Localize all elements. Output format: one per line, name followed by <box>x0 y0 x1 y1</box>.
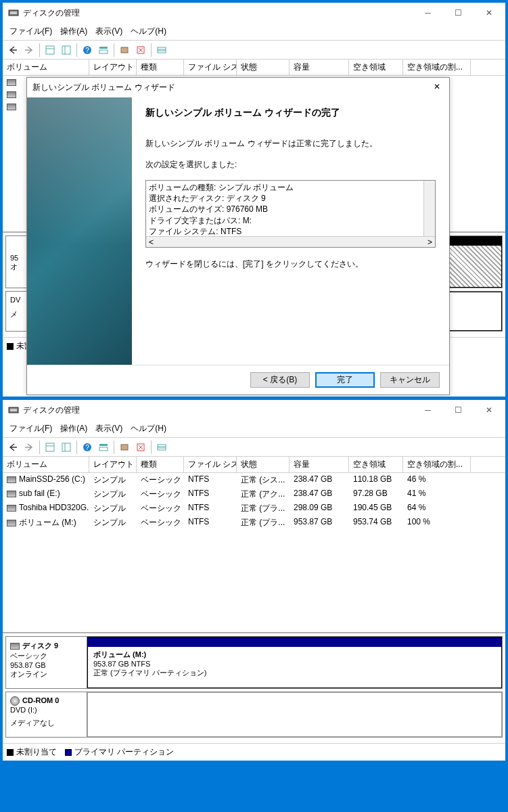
col-freepct[interactable]: 空き領域の割... <box>403 457 471 472</box>
svg-rect-10 <box>121 47 128 53</box>
menu-view[interactable]: 表示(V) <box>91 422 126 436</box>
scrollbar-h[interactable]: <> <box>146 236 435 247</box>
legend-primary-icon <box>65 749 72 756</box>
menu-view[interactable]: 表示(V) <box>91 24 126 39</box>
volume-icon <box>7 91 16 98</box>
col-free[interactable]: 空き領域 <box>349 60 403 75</box>
help-icon[interactable]: ? <box>80 43 95 58</box>
svg-rect-9 <box>99 50 108 53</box>
close-button[interactable]: ✕ <box>474 3 504 22</box>
col-fs[interactable]: ファイル システム <box>184 457 237 472</box>
wizard-settings-label: 次の設定を選択しました: <box>145 159 436 171</box>
forward-icon[interactable] <box>22 440 37 455</box>
menu-file[interactable]: ファイル(F) <box>5 422 56 436</box>
wizard-heading: 新しいシンプル ボリューム ウィザードの完了 <box>145 107 436 119</box>
app-title: ディスクの管理 <box>23 7 413 19</box>
legend-unalloc-icon <box>7 343 14 350</box>
wizard-sidebar-graphic <box>27 97 132 365</box>
volume-icon <box>7 476 16 483</box>
partition-header-bar <box>88 637 501 647</box>
col-fs[interactable]: ファイル システム <box>184 60 237 75</box>
col-volume[interactable]: ボリューム <box>3 60 89 75</box>
disk-row[interactable]: CD-ROM 0 DVD (I:) メディアなし <box>5 692 503 738</box>
maximize-button[interactable]: ☐ <box>443 401 474 420</box>
properties-icon[interactable] <box>133 43 148 58</box>
col-status[interactable]: 状態 <box>237 60 290 75</box>
svg-rect-23 <box>99 444 108 446</box>
close-button[interactable]: ✕ <box>474 401 504 420</box>
detail-icon[interactable] <box>96 440 111 455</box>
svg-rect-4 <box>62 46 70 54</box>
list-row[interactable]: sub fail (E:)シンプルベーシックNTFS正常 (アク...238.4… <box>3 487 505 501</box>
volume-icon <box>7 104 16 110</box>
col-type[interactable]: 種類 <box>137 60 184 75</box>
svg-text:?: ? <box>85 47 89 54</box>
col-volume[interactable]: ボリューム <box>3 457 89 472</box>
detail-icon[interactable] <box>96 43 111 58</box>
maximize-button[interactable]: ☐ <box>443 3 474 22</box>
view-icon[interactable] <box>43 440 57 455</box>
svg-rect-2 <box>46 46 54 54</box>
titlebar: ディスクの管理 ─ ☐ ✕ <box>3 3 505 23</box>
partition-empty <box>87 692 502 737</box>
col-layout[interactable]: レイアウト <box>89 457 137 472</box>
volume-list-header: ボリューム レイアウト 種類 ファイル システム 状態 容量 空き領域 空き領域… <box>3 457 505 473</box>
list-icon[interactable] <box>59 43 74 58</box>
properties-icon[interactable] <box>133 440 148 455</box>
dialog-title: 新しいシンプル ボリューム ウィザード <box>32 82 430 93</box>
dialog-close-button[interactable]: ✕ <box>430 82 444 93</box>
scrollbar-v[interactable] <box>423 181 435 236</box>
svg-rect-27 <box>158 445 166 450</box>
toolbar: ? <box>3 41 505 60</box>
app-title: ディスクの管理 <box>23 405 413 416</box>
disk-row[interactable]: ディスク 9 ベーシック 953.87 GB オンライン ボリューム (M:) … <box>5 636 503 689</box>
svg-rect-24 <box>99 447 108 451</box>
minimize-button[interactable]: ─ <box>413 401 443 420</box>
col-layout[interactable]: レイアウト <box>89 60 137 75</box>
back-icon[interactable] <box>5 43 20 58</box>
svg-rect-17 <box>46 443 54 451</box>
list-row[interactable]: Toshiba HDD320G...シンプルベーシックNTFS正常 (プラ...… <box>3 501 505 516</box>
app-icon <box>8 7 19 18</box>
volume-list[interactable]: MainSSD-256 (C:)シンプルベーシックNTFS正常 (シス...23… <box>3 473 505 632</box>
refresh-icon[interactable] <box>117 43 132 58</box>
minimize-button[interactable]: ─ <box>413 3 443 22</box>
menu-help[interactable]: ヘルプ(H) <box>126 24 170 39</box>
back-button[interactable]: < 戻る(B) <box>250 372 310 388</box>
help-icon[interactable]: ? <box>80 440 95 455</box>
toolbar: ? <box>3 438 505 457</box>
svg-rect-25 <box>121 445 128 450</box>
wizard-settings-list[interactable]: ボリュームの種類: シンプル ボリューム 選択されたディスク: ディスク 9 ボ… <box>145 180 436 248</box>
col-capacity[interactable]: 容量 <box>290 60 349 75</box>
volume-icon <box>7 505 16 512</box>
legend: 未割り当て プライマリ パーティション <box>3 743 505 761</box>
back-icon[interactable] <box>5 440 20 455</box>
volume-icon <box>7 491 16 497</box>
menu-action[interactable]: 操作(A) <box>56 422 91 436</box>
list-icon[interactable] <box>59 440 74 455</box>
volume-icon <box>7 79 16 86</box>
menu-file[interactable]: ファイル(F) <box>5 24 56 39</box>
list-row[interactable]: MainSSD-256 (C:)シンプルベーシックNTFS正常 (シス...23… <box>3 473 505 487</box>
disk-info: CD-ROM 0 DVD (I:) メディアなし <box>6 692 87 737</box>
partition-primary[interactable]: ボリューム (M:) 953.87 GB NTFS 正常 (プライマリ パーティ… <box>87 637 502 688</box>
table-icon[interactable] <box>154 43 169 58</box>
col-freepct[interactable]: 空き領域の割... <box>403 60 471 75</box>
col-free[interactable]: 空き領域 <box>349 457 403 472</box>
finish-button[interactable]: 完了 <box>315 372 375 388</box>
svg-text:?: ? <box>85 444 89 451</box>
view-icon[interactable] <box>43 43 57 58</box>
table-icon[interactable] <box>154 440 169 455</box>
col-capacity[interactable]: 容量 <box>290 457 349 472</box>
refresh-icon[interactable] <box>117 440 132 455</box>
cancel-button[interactable]: キャンセル <box>380 372 440 388</box>
menu-action[interactable]: 操作(A) <box>56 24 91 39</box>
list-row[interactable]: ボリューム (M:)シンプルベーシックNTFS正常 (プラ...953.87 G… <box>3 516 505 530</box>
svg-rect-1 <box>10 12 17 14</box>
forward-icon[interactable] <box>22 43 37 58</box>
col-type[interactable]: 種類 <box>137 457 184 472</box>
col-status[interactable]: 状態 <box>237 457 290 472</box>
wizard-dialog: 新しいシンプル ボリューム ウィザード ✕ 新しいシンプル ボリューム ウィザー… <box>26 77 450 395</box>
menu-help[interactable]: ヘルプ(H) <box>126 422 170 436</box>
menubar: ファイル(F) 操作(A) 表示(V) ヘルプ(H) <box>3 23 505 41</box>
